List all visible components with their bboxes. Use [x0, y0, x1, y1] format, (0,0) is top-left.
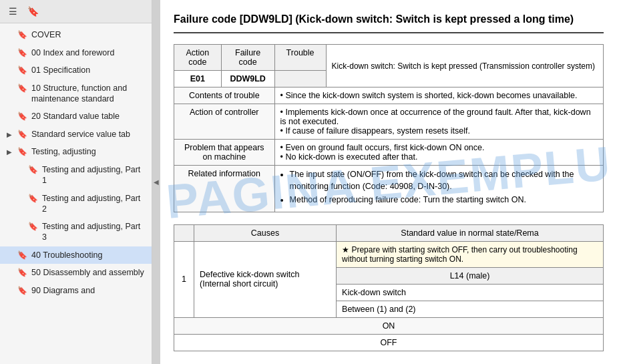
sidebar-toolbar: ☰ 🔖 — [0, 0, 152, 23]
action-code-value: E01 — [174, 71, 222, 87]
bookmark-icon: 🔖 — [17, 65, 27, 76]
sidebar-item-label: 00 Index and foreword — [31, 47, 146, 58]
sidebar-item-testing-part1[interactable]: ▶ 🔖 Testing and adjusting, Part 1 — [11, 161, 152, 190]
sidebar-item-00-index[interactable]: ▶ 🔖 00 Index and foreword — [0, 44, 152, 62]
sidebar-list-icon[interactable]: ☰ — [5, 4, 20, 19]
causes-num-header — [174, 224, 194, 241]
trouble-label — [274, 71, 326, 87]
bookmark-icon: 🔖 — [17, 268, 27, 279]
table-row: 1 Defective kick-down switch (Internal s… — [174, 241, 604, 267]
bookmark-icon: 🔖 — [17, 48, 27, 59]
connector-header: L14 (male) — [337, 267, 604, 284]
expand-arrow: ▶ — [7, 130, 13, 139]
sidebar-item-label: Testing, adjusting — [31, 146, 146, 157]
row-label: Action of controller — [174, 104, 275, 140]
sidebar-item-label: 01 Specification — [31, 65, 146, 75]
sidebar-item-label: COVER — [31, 29, 146, 40]
bookmark-icon: 🔖 — [17, 147, 27, 158]
sidebar-item-label: 10 Structure, function and maintenance s… — [31, 83, 146, 105]
sidebar-item-90-diagrams[interactable]: ▶ 🔖 90 Diagrams and — [0, 282, 152, 300]
row-label: Related information — [174, 166, 275, 212]
bookmark-icon: 🔖 — [17, 30, 27, 41]
sidebar-item-label: 20 Standard value table — [31, 111, 146, 122]
row-label: Contents of trouble — [174, 87, 275, 104]
bookmark-icon: 🔖 — [17, 83, 27, 94]
bookmark-icon: 🔖 — [28, 222, 38, 232]
sidebar-item-label: 90 Diagrams and — [31, 285, 146, 296]
causes-header: Causes — [194, 224, 337, 241]
table-row: Contents of trouble • Since the kick-dow… — [174, 87, 604, 104]
col-header-failure-code: Failure code — [221, 45, 274, 71]
sidebar-items: ▶ 🔖 COVER ▶ 🔖 00 Index and foreword ▶ 🔖 … — [0, 23, 152, 364]
sidebar-item-label: 40 Troubleshooting — [31, 250, 146, 260]
cause-note: ★ Prepare with starting switch OFF, then… — [337, 241, 604, 267]
bookmark-icon: 🔖 — [17, 112, 27, 122]
between-connector: Between (1) and (2) — [337, 301, 604, 317]
bookmark-icon: 🔖 — [17, 130, 27, 140]
sidebar-item-label: Standard service value tab — [31, 129, 146, 140]
cause-number: 1 — [174, 241, 194, 317]
measurement-value-header: Kick-down switch — [337, 284, 604, 301]
table-row: Action of controller • Implements kick-d… — [174, 104, 604, 140]
causes-table: Causes Standard value in normal state/Re… — [174, 224, 604, 351]
sidebar-item-label: Testing and adjusting, Part 2 — [42, 193, 146, 215]
info-table: Action code Failure code Trouble Kick-do… — [174, 44, 604, 212]
sidebar-item-10-structure[interactable]: ▶ 🔖 10 Structure, function and maintenan… — [0, 79, 152, 108]
sidebar: ☰ 🔖 ▶ 🔖 COVER ▶ 🔖 00 Index and foreword … — [0, 0, 152, 364]
trouble-desc-cell: Kick-down switch: Switch is kept pressed… — [326, 45, 603, 87]
row-content: • Even on ground fault occurs, first kic… — [274, 140, 603, 166]
row-content: The input state (ON/OFF) from the kick-d… — [274, 166, 603, 212]
page-title: Failure code [DDW9LD] (Kick-down switch:… — [174, 12, 604, 33]
sidebar-item-cover[interactable]: ▶ 🔖 COVER — [0, 26, 152, 44]
sidebar-item-20-standard[interactable]: ▶ 🔖 20 Standard value table — [0, 108, 152, 126]
main-content: PAGINA EXEMPLU Failure code [DDW9LD] (Ki… — [160, 0, 617, 364]
row-content: • Implements kick-down once at occurrenc… — [274, 104, 603, 140]
bookmark-icon: 🔖 — [17, 250, 27, 261]
table-row: ON — [174, 317, 604, 334]
sidebar-item-standard-service[interactable]: ▶ 🔖 Standard service value tab — [0, 126, 152, 144]
bookmark-icon: 🔖 — [28, 165, 38, 176]
row-label: Problem that appears on machine — [174, 140, 275, 166]
sidebar-bookmark-tool-icon[interactable]: 🔖 — [25, 4, 40, 19]
col-header-trouble: Trouble — [274, 45, 326, 71]
row-content: • Since the kick-down switch system is s… — [274, 87, 603, 104]
bookmark-icon: 🔖 — [28, 194, 38, 204]
sidebar-item-label: Testing and adjusting, Part 3 — [42, 221, 146, 243]
table-row: Related information The input state (ON/… — [174, 166, 604, 212]
sidebar-item-01-spec[interactable]: ▶ 🔖 01 Specification — [0, 61, 152, 79]
sidebar-item-testing-part2[interactable]: ▶ 🔖 Testing and adjusting, Part 2 — [11, 190, 152, 218]
sidebar-item-50-disassembly[interactable]: ▶ 🔖 50 Disassembly and assembly — [0, 264, 152, 282]
on-value: ON — [174, 317, 604, 334]
failure-code-value: DDW9LD — [221, 71, 274, 87]
sidebar-item-label: 50 Disassembly and assembly — [31, 267, 146, 278]
sidebar-item-testing-part3[interactable]: ▶ 🔖 Testing and adjusting, Part 3 — [11, 218, 152, 246]
off-value: OFF — [174, 334, 604, 351]
sidebar-item-label: Testing and adjusting, Part 1 — [42, 164, 146, 186]
expand-arrow: ▶ — [7, 148, 13, 156]
cause-text: Defective kick-down switch (Internal sho… — [194, 241, 337, 317]
table-row: Problem that appears on machine • Even o… — [174, 140, 604, 166]
sidebar-item-testing-adjusting[interactable]: ▶ 🔖 Testing, adjusting — [0, 143, 152, 161]
bookmark-icon: 🔖 — [17, 286, 27, 297]
sidebar-collapse-handle[interactable]: ◀ — [152, 0, 160, 364]
col-header-action-code: Action code — [174, 45, 222, 71]
table-row: OFF — [174, 334, 604, 351]
standard-value-header: Standard value in normal state/Rema — [337, 224, 604, 241]
sidebar-item-40-troubleshooting[interactable]: ▶ 🔖 40 Troubleshooting — [0, 246, 152, 264]
